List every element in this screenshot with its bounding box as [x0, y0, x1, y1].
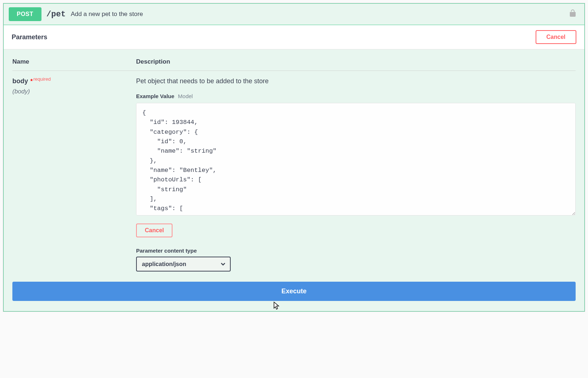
tab-model[interactable]: Model — [178, 93, 193, 99]
content-type-select-wrapper: application/json — [136, 257, 231, 272]
operation-summary[interactable]: POST /pet Add a new pet to the store — [4, 4, 584, 25]
body-textarea[interactable] — [136, 103, 576, 216]
required-star: * — [29, 78, 33, 84]
endpoint-path: /pet — [47, 10, 66, 19]
body-cancel-button[interactable]: Cancel — [136, 224, 172, 237]
execute-wrapper: Execute — [4, 282, 584, 311]
swagger-container: POST /pet Add a new pet to the store Par… — [3, 3, 585, 312]
parameter-name-cell: body *required (body) — [12, 77, 136, 272]
content-type-label: Parameter content type — [136, 248, 576, 254]
parameter-description: Pet object that needs to be added to the… — [136, 77, 576, 85]
column-header-name: Name — [12, 58, 136, 65]
cancel-button[interactable]: Cancel — [536, 30, 576, 44]
content-type-select[interactable]: application/json — [136, 257, 231, 272]
content-type-section: Parameter content type application/json — [136, 248, 576, 272]
execute-button[interactable]: Execute — [12, 282, 576, 301]
required-label: required — [33, 76, 51, 82]
parameter-in: (body) — [12, 88, 136, 95]
lock-icon[interactable] — [566, 9, 579, 19]
table-header-row: Name Description — [12, 58, 576, 71]
parameter-row: body *required (body) Pet object that ne… — [12, 77, 576, 272]
parameter-description-cell: Pet object that needs to be added to the… — [136, 77, 576, 272]
operation-block: POST /pet Add a new pet to the store Par… — [3, 3, 585, 311]
endpoint-summary: Add a new pet to the store — [71, 11, 561, 18]
parameter-name: body — [12, 77, 28, 85]
tab-example-value[interactable]: Example Value — [136, 93, 174, 99]
parameters-header: Parameters Cancel — [4, 25, 584, 49]
parameters-title: Parameters — [12, 33, 47, 41]
body-tabs: Example Value Model — [136, 93, 576, 99]
method-badge: POST — [9, 7, 41, 21]
column-header-description: Description — [136, 58, 576, 65]
parameters-body: Name Description body *required (body) P… — [4, 49, 584, 282]
parameters-table: Name Description body *required (body) P… — [12, 58, 576, 272]
